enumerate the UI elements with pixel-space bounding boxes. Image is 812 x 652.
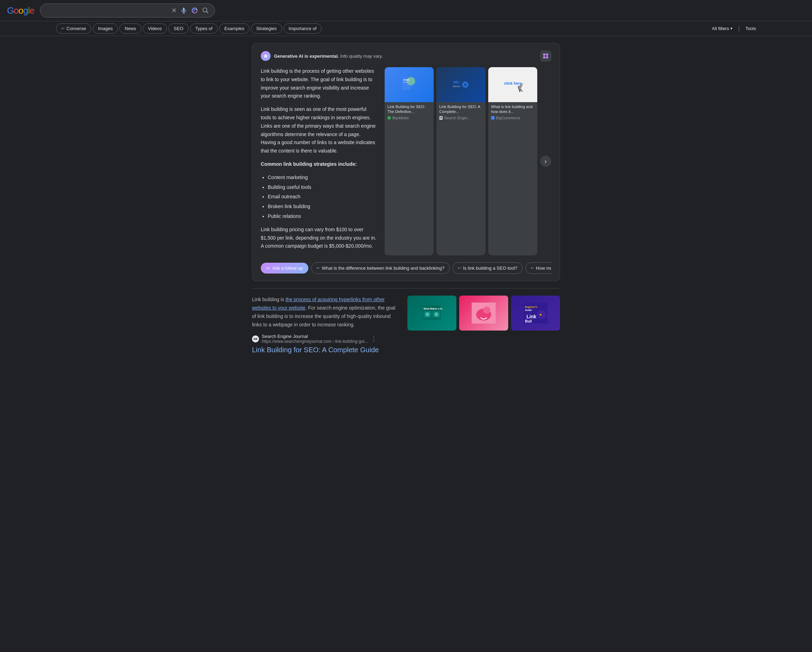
ai-strategies-list: Content marketing Building useful tools … (268, 174, 376, 221)
svg-text:Guide: Guide (525, 309, 532, 311)
ai-image-title-3: What is link building and how does it... (491, 104, 534, 114)
nav-chip-videos[interactable]: Videos (143, 23, 167, 34)
nav-chip-examples[interactable]: Examples (219, 23, 250, 34)
next-images-button[interactable]: › (540, 155, 551, 167)
svg-line-8 (206, 12, 208, 13)
followup-chip-3-label: How much should I p... (536, 265, 551, 271)
source-name-2: Search Engin... (444, 116, 470, 120)
source-name-1: Backlinko (392, 116, 409, 120)
result-paragraph-before: Link building is (252, 297, 285, 302)
followup-chip-1-label: What is the difference between link buil… (322, 265, 444, 271)
google-logo: Google (7, 5, 34, 16)
lens-icon[interactable] (191, 7, 198, 14)
followup-chip-2-label: Is link building a SEO tool? (463, 265, 517, 271)
mic-icon[interactable] (180, 7, 187, 14)
nav-chip-converse[interactable]: ↩ Converse (56, 23, 92, 34)
divider: | (738, 25, 740, 32)
source-dot-3 (491, 116, 495, 120)
svg-text:What Makes a Good Link: What Makes a Good Link (423, 308, 443, 310)
ai-content: Link building is the process of getting … (261, 67, 551, 255)
result-paragraph: Link building is the process of acquirin… (252, 296, 399, 329)
image-placeholder-3: click here (488, 67, 537, 102)
search-result-1: Link building is the process of acquirin… (252, 288, 560, 361)
svg-marker-9 (263, 53, 268, 58)
result-site-name: Search Engine Journal (262, 334, 368, 339)
svg-rect-10 (543, 53, 545, 56)
result-image-1[interactable]: What Makes a Good Link (408, 296, 456, 331)
result-image-2[interactable] (459, 296, 508, 331)
ai-text: Link building is the process of getting … (261, 67, 376, 255)
header: Google link building ✕ (0, 0, 812, 21)
image-placeholder-1 (385, 67, 433, 102)
images-label: Images (98, 26, 113, 31)
svg-rect-13 (546, 56, 548, 58)
followup-chip-3-arrow: ↩ (531, 266, 534, 270)
result-text: Link building is the process of acquirin… (252, 296, 399, 354)
ai-image-source-1: Backlinko (388, 116, 431, 120)
source-dot-1 (388, 116, 391, 120)
list-item: Building useful tools (268, 183, 376, 192)
followup-chip-2[interactable]: ↩ Is link building a SEO tool? (453, 262, 522, 274)
all-filters-button[interactable]: All filters ▾ (712, 26, 733, 31)
ai-image-thumb-3: click here (488, 67, 537, 102)
nav-chip-news[interactable]: News (119, 23, 141, 34)
ai-paragraph-3: Link building pricing can vary from $100… (261, 225, 376, 250)
search-icons: ✕ (171, 7, 209, 14)
source-dot-2: SE (439, 116, 443, 120)
list-item: Email outreach (268, 193, 376, 201)
ai-box: Generative AI is experimental. Info qual… (252, 43, 560, 281)
list-item: Content marketing (268, 174, 376, 182)
search-input[interactable]: link building (46, 8, 168, 14)
ai-label-rest: Info quality may vary. (340, 53, 383, 59)
strategies-label: Strategies (256, 26, 277, 31)
ask-followup-button[interactable]: ↩ Ask a follow up (261, 263, 308, 274)
search-button[interactable] (202, 7, 209, 14)
ai-image-thumb-1 (385, 67, 433, 102)
result-title[interactable]: Link Building for SEO: A Complete Guide (252, 346, 399, 354)
tools-button[interactable]: Tools (745, 26, 756, 31)
followup-main-label: Ask a follow up (272, 265, 303, 271)
ai-image-card-2[interactable]: SEJ EBOOK Link Building for SEO: A Compl… (437, 67, 485, 255)
ai-header: Generative AI is experimental. Info qual… (261, 50, 551, 62)
ai-paragraph-1: Link building is the process of getting … (261, 67, 376, 101)
followup-arrow-icon: ↩ (266, 265, 270, 271)
svg-text:EBOOK: EBOOK (453, 85, 460, 87)
nav-chip-seo[interactable]: SEO (168, 23, 188, 34)
grid-icon-button[interactable] (540, 50, 551, 62)
svg-text:Beginner's: Beginner's (525, 306, 537, 309)
source-name-3: BigCommerce (496, 116, 520, 120)
ai-paragraph-2: Link building is seen as one of the most… (261, 105, 376, 155)
result-image-3[interactable]: Beginner's Guide Link Buil ★ (511, 296, 560, 331)
svg-text:★: ★ (539, 313, 542, 317)
followup-bar: ↩ Ask a follow up ↩ What is the differen… (261, 262, 551, 274)
converse-label: Converse (67, 26, 86, 31)
importance-of-label: Importance of (289, 26, 317, 31)
svg-point-31 (483, 306, 490, 314)
svg-point-4 (192, 9, 195, 11)
image-placeholder-2: SEJ EBOOK (437, 67, 485, 102)
seo-label: SEO (174, 26, 183, 31)
nav-chip-strategies[interactable]: Strategies (251, 23, 282, 34)
svg-point-15 (407, 77, 415, 85)
nav-chip-importance-of[interactable]: Importance of (284, 23, 322, 34)
ai-label: Generative AI is experimental. Info qual… (274, 53, 383, 59)
news-label: News (125, 26, 136, 31)
ai-image-card-1[interactable]: Link Building for SEO: The Definitive...… (385, 67, 433, 255)
followup-chip-3[interactable]: ↩ How much should I p... (525, 262, 551, 274)
nav-chip-images[interactable]: Images (93, 23, 118, 34)
result-site-info: Search Engine Journal https://www.search… (262, 334, 368, 344)
ai-label-bold: Generative AI is experimental. (274, 53, 339, 59)
nav-chip-types-of[interactable]: Types of (190, 23, 218, 34)
result-more-button[interactable]: ⋮ (371, 335, 377, 343)
nav-right: All filters ▾ | Tools (712, 25, 756, 32)
svg-text:click here: click here (504, 81, 522, 85)
svg-point-7 (203, 8, 207, 12)
clear-button[interactable]: ✕ (171, 7, 177, 14)
followup-chip-1[interactable]: ↩ What is the difference between link bu… (311, 262, 449, 274)
ai-image-card-3[interactable]: click here What is link building and how… (488, 67, 537, 255)
ai-image-info-1: Link Building for SEO: The Definitive...… (385, 102, 433, 122)
nav-bar: ↩ Converse Images News Videos SEO Types … (0, 21, 812, 36)
ai-images: Link Building for SEO: The Definitive...… (385, 67, 551, 255)
ai-image-source-3: BigCommerce (491, 116, 534, 120)
all-filters-label: All filters (712, 26, 729, 31)
